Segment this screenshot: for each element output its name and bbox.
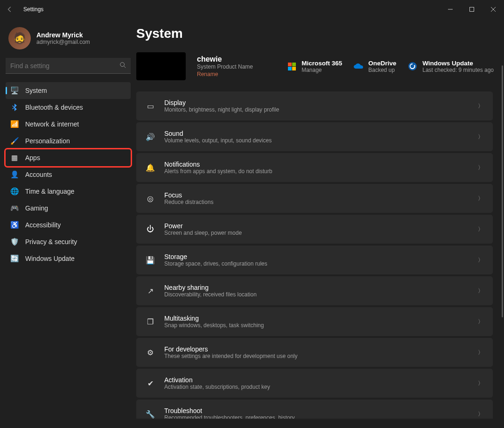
microsoft365-title: Microsoft 365 [301,60,342,67]
chevron-right-icon: 〉 [478,195,483,203]
setting-title: Storage [164,253,267,260]
device-name: chewie [197,55,253,63]
setting-subtitle: Storage space, drives, configuration rul… [164,260,267,267]
setting-row-storage[interactable]: 💾StorageStorage space, drives, configura… [136,246,493,274]
main-panel: System chewie System Product Name Rename… [136,19,504,428]
update-icon [407,61,418,71]
setting-row-nearby-sharing[interactable]: ↗Nearby sharingDiscoverability, received… [136,276,493,305]
network-internet-icon: 📶 [10,120,19,128]
bluetooth-devices-icon [10,104,19,111]
sidebar-item-accounts[interactable]: 👤Accounts [6,166,131,183]
svg-line-5 [124,66,126,68]
setting-title: Display [164,99,279,106]
chevron-right-icon: 〉 [478,410,483,418]
nav-list: 🖥️SystemBluetooth & devices📶Network & in… [6,82,131,267]
accounts-icon: 👤 [10,170,19,179]
setting-row-sound[interactable]: 🔊SoundVolume levels, output, input, soun… [136,122,493,151]
windows-update-sub: Last checked: 9 minutes ago [422,67,494,73]
setting-title: For developers [164,345,298,353]
onedrive-card[interactable]: OneDrive Backed up [353,60,396,73]
activation-icon: ✔ [146,379,155,388]
close-button[interactable] [483,0,504,19]
sidebar-item-gaming[interactable]: 🎮Gaming [6,200,131,217]
setting-subtitle: Discoverability, received files location [164,291,257,298]
maximize-button[interactable] [461,0,483,19]
sidebar-item-label: Network & internet [25,120,79,128]
onedrive-icon [353,61,364,71]
setting-row-power[interactable]: ⏻PowerScreen and sleep, power mode〉 [136,215,493,244]
sound-icon: 🔊 [146,133,155,141]
chevron-right-icon: 〉 [478,349,483,357]
accessibility-icon: ♿ [10,221,19,229]
setting-row-multitasking[interactable]: ❐MultitaskingSnap windows, desktops, tas… [136,307,493,336]
profile-block[interactable]: 🧔 Andrew Myrick admyrick@gmail.com [8,27,131,49]
sidebar-item-label: Time & language [25,188,74,195]
personalization-icon: 🖌️ [10,137,19,145]
windows-update-card[interactable]: Windows Update Last checked: 9 minutes a… [407,60,494,73]
onedrive-title: OneDrive [368,60,396,67]
nearby-sharing-icon: ↗ [146,287,155,295]
chevron-right-icon: 〉 [478,164,483,172]
sidebar-item-system[interactable]: 🖥️System [6,82,131,99]
user-email: admyrick@gmail.com [36,39,90,45]
power-icon: ⏻ [146,225,155,233]
sidebar-item-apps[interactable]: ▦Apps [6,149,131,166]
troubleshoot-icon: 🔧 [146,410,155,419]
svg-point-6 [408,62,417,70]
setting-subtitle: Volume levels, output, input, sound devi… [164,137,272,144]
display-icon: ▭ [146,102,155,111]
for-developers-icon: ⚙ [146,348,155,357]
sidebar-item-time-language[interactable]: 🌐Time & language [6,183,131,200]
sidebar-item-label: Bluetooth & devices [25,104,83,111]
scrollbar[interactable] [502,65,503,317]
setting-subtitle: Activation state, subscriptions, product… [164,384,270,390]
windows-update-title: Windows Update [422,60,494,67]
setting-subtitle: Recommended troubleshooters, preferences… [164,414,294,419]
microsoft365-card[interactable]: Microsoft 365 Manage [287,60,342,73]
sidebar-item-windows-update[interactable]: 🔄Windows Update [6,250,131,267]
svg-point-4 [120,63,125,67]
minimize-button[interactable] [440,0,461,19]
back-button[interactable] [7,6,20,13]
chevron-right-icon: 〉 [478,256,483,264]
sidebar-item-label: Apps [25,154,40,161]
svg-rect-1 [470,7,474,12]
setting-row-for-developers[interactable]: ⚙For developersThese settings are intend… [136,338,493,367]
setting-row-activation[interactable]: ✔ActivationActivation state, subscriptio… [136,369,493,398]
search-box[interactable] [6,58,131,74]
setting-subtitle: Alerts from apps and system, do not dist… [164,168,272,175]
setting-row-focus[interactable]: ◎FocusReduce distractions〉 [136,184,493,213]
chevron-right-icon: 〉 [478,287,483,295]
page-title: System [136,26,494,41]
sidebar-item-bluetooth-devices[interactable]: Bluetooth & devices [6,99,131,116]
sidebar-item-label: Accessibility [25,221,61,229]
rename-link[interactable]: Rename [197,71,253,77]
setting-subtitle: Screen and sleep, power mode [164,230,242,236]
setting-row-notifications[interactable]: 🔔NotificationsAlerts from apps and syste… [136,153,493,182]
chevron-right-icon: 〉 [478,133,483,141]
multitasking-icon: ❐ [146,317,155,326]
setting-row-display[interactable]: ▭DisplayMonitors, brightness, night ligh… [136,91,493,120]
sidebar-item-label: Privacy & security [25,238,77,246]
onedrive-sub: Backed up [368,67,396,73]
device-model: System Product Name [197,63,253,70]
sidebar-item-label: Windows Update [25,255,75,262]
setting-title: Nearby sharing [164,284,257,291]
sidebar-item-accessibility[interactable]: ♿Accessibility [6,217,131,233]
notifications-icon: 🔔 [146,163,155,172]
chevron-right-icon: 〉 [478,379,483,387]
setting-subtitle: Snap windows, desktops, task switching [164,322,264,329]
search-input[interactable] [6,58,131,74]
setting-row-troubleshoot[interactable]: 🔧TroubleshootRecommended troubleshooters… [136,400,493,419]
sidebar-item-privacy-security[interactable]: 🛡️Privacy & security [6,233,131,250]
microsoft365-sub: Manage [301,67,342,73]
sidebar-item-label: Accounts [25,171,52,178]
sidebar-item-personalization[interactable]: 🖌️Personalization [6,133,131,149]
setting-title: Focus [164,191,213,199]
storage-icon: 💾 [146,256,155,265]
sidebar-item-label: System [25,87,47,94]
chevron-right-icon: 〉 [478,318,483,326]
focus-icon: ◎ [146,194,155,203]
sidebar-item-network-internet[interactable]: 📶Network & internet [6,116,131,133]
setting-title: Power [164,222,242,230]
